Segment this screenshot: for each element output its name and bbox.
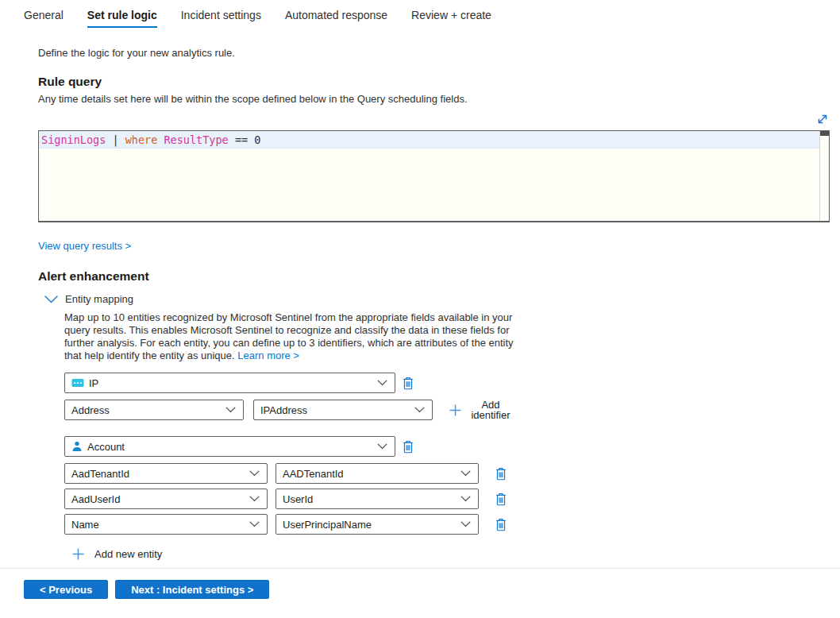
tab-review-create[interactable]: Review + create [411,9,491,28]
chevron-down-icon [460,496,471,502]
alert-enhancement-title: Alert enhancement [38,269,830,284]
chevron-down-icon [377,443,387,450]
identifier-value-value: UserId [283,493,313,505]
identifier-field-value: Address [71,404,110,416]
trash-icon [495,492,507,506]
entity-type-value: Account [87,441,125,453]
trash-icon [402,377,414,390]
identifier-row: Address IPAddress Add identifier [64,400,830,420]
entity-row-ip: IP [64,373,830,393]
entity-type-dropdown-account[interactable]: Account [64,436,395,457]
delete-entity-button[interactable] [402,377,414,390]
entity-mapping-label: Entity mapping [65,293,133,305]
identifier-row: AadTenantId AADTenantId [64,463,830,484]
trash-icon [495,518,507,531]
identifier-field-dropdown[interactable]: Name [64,514,268,535]
chevron-down-icon [460,521,471,527]
fullscreen-expand-icon [815,112,830,126]
trash-icon [402,440,414,454]
entity-type-dropdown-ip[interactable]: IP [64,373,395,393]
next-button[interactable]: Next : Incident settings > [115,580,269,599]
expand-editor-button[interactable] [815,112,830,126]
tab-incident-settings[interactable]: Incident settings [181,9,261,28]
identifier-value-value: AADTenantId [283,468,344,480]
account-icon [71,441,83,452]
view-query-results-link[interactable]: View query results > [38,240,131,252]
chevron-down-icon [225,407,236,413]
add-identifier-button[interactable]: Add identifier [449,400,513,420]
delete-identifier-button[interactable] [495,467,507,481]
code-token-pipe: | [106,133,125,146]
rule-query-title: Rule query [38,75,830,89]
code-token-space [229,133,235,146]
identifier-field-value: AadTenantId [71,468,129,480]
chevron-down-icon [377,380,387,386]
identifier-field-dropdown[interactable]: Address [64,400,244,420]
chevron-down-icon [414,407,425,413]
tab-automated-response[interactable]: Automated response [285,9,387,28]
add-new-entity-button[interactable]: Add new entity [71,547,162,561]
query-editor[interactable]: SigninLogs | where ResultType == 0 [38,130,830,222]
entity-mapping-description: Map up to 10 entities recognized by Micr… [64,311,520,362]
plus-icon [449,404,462,417]
code-token-equals: == [235,133,248,146]
editor-toolbar [38,112,830,126]
wizard-tabs: General Set rule logic Incident settings… [0,0,840,28]
plus-icon [71,547,85,561]
identifier-field-value: Name [71,519,99,531]
entity-row-account: Account [64,436,830,457]
code-token-operator: where [125,133,158,146]
add-new-entity-label: Add new entity [94,548,162,560]
identifier-field-dropdown[interactable]: AadTenantId [64,463,268,484]
chevron-down-icon [44,295,58,303]
chevron-down-icon [460,470,471,477]
entity-mapping-expander[interactable]: Entity mapping [44,293,830,305]
code-token-table: SigninLogs [41,133,106,146]
tab-general[interactable]: General [24,9,64,28]
delete-entity-button[interactable] [402,440,414,454]
identifier-value-dropdown[interactable]: UserPrincipalName [276,514,479,535]
identifier-value-value: UserPrincipalName [283,519,372,531]
code-token-number: 0 [254,133,260,146]
rule-query-subtitle: Any time details set here will be within… [38,93,830,105]
identifier-row: AadUserId UserId [64,489,830,509]
code-token-column: ResultType [164,133,228,146]
editor-scrollbar-thumb[interactable] [820,131,829,136]
identifier-value-value: IPAddress [260,404,307,416]
identifier-value-dropdown[interactable]: IPAddress [253,400,433,420]
wizard-footer: < Previous Next : Incident settings > [0,569,830,599]
chevron-down-icon [249,496,260,502]
previous-button[interactable]: < Previous [24,580,108,599]
tab-set-rule-logic[interactable]: Set rule logic [87,9,157,28]
add-identifier-label: Add identifier [468,400,513,420]
chevron-down-icon [249,470,260,477]
query-code-line: SigninLogs | where ResultType == 0 [39,131,819,149]
identifier-value-dropdown[interactable]: UserId [276,489,479,509]
chevron-down-icon [249,521,260,527]
ip-icon [71,378,84,388]
identifier-field-value: AadUserId [71,493,120,505]
learn-more-link[interactable]: Learn more > [237,350,299,361]
delete-identifier-button[interactable] [495,518,507,531]
intro-text: Define the logic for your new analytics … [38,47,830,59]
trash-icon [495,467,507,481]
identifier-row: Name UserPrincipalName [64,514,830,535]
editor-vertical-scrollbar[interactable] [819,131,829,221]
identifier-field-dropdown[interactable]: AadUserId [64,489,268,509]
entity-type-value: IP [89,377,98,389]
delete-identifier-button[interactable] [495,492,507,506]
identifier-value-dropdown[interactable]: AADTenantId [276,463,479,484]
